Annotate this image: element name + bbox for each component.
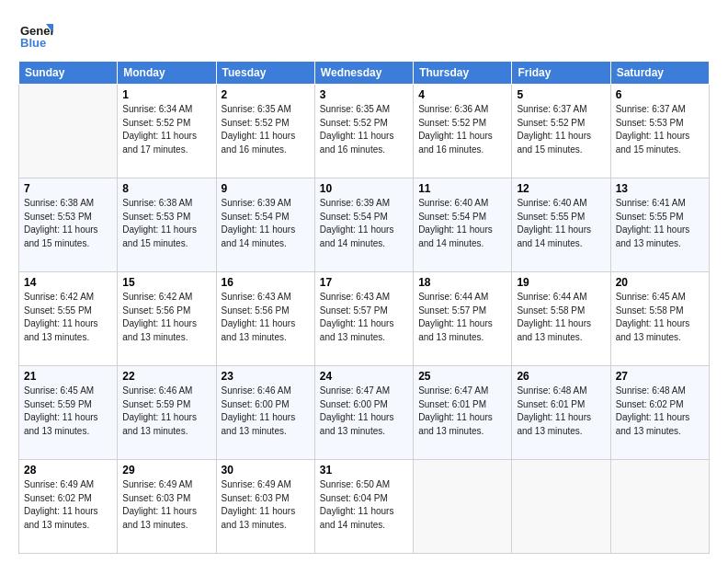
day-cell: 26Sunrise: 6:48 AMSunset: 6:01 PMDayligh…: [512, 366, 610, 460]
col-header-wednesday: Wednesday: [314, 62, 413, 85]
day-info: Sunrise: 6:45 AMSunset: 5:58 PMDaylight:…: [616, 291, 704, 344]
day-number: 23: [222, 370, 310, 383]
day-number: 11: [418, 182, 506, 195]
day-number: 2: [222, 88, 310, 101]
day-cell: 1Sunrise: 6:34 AMSunset: 5:52 PMDaylight…: [118, 85, 216, 178]
day-cell: 13Sunrise: 6:41 AMSunset: 5:55 PMDayligh…: [610, 178, 709, 272]
day-info: Sunrise: 6:35 AMSunset: 5:52 PMDaylight:…: [320, 103, 408, 156]
day-cell: 11Sunrise: 6:40 AMSunset: 5:54 PMDayligh…: [414, 178, 512, 272]
logo-icon: General Blue: [18, 17, 53, 52]
day-info: Sunrise: 6:47 AMSunset: 6:01 PMDaylight:…: [418, 385, 506, 438]
day-info: Sunrise: 6:40 AMSunset: 5:55 PMDaylight:…: [517, 197, 605, 250]
day-number: 10: [320, 182, 408, 195]
day-info: Sunrise: 6:48 AMSunset: 6:02 PMDaylight:…: [616, 385, 704, 438]
day-cell: [414, 460, 512, 554]
week-row-3: 14Sunrise: 6:42 AMSunset: 5:55 PMDayligh…: [19, 272, 710, 366]
day-number: 4: [418, 88, 506, 101]
day-cell: 7Sunrise: 6:38 AMSunset: 5:53 PMDaylight…: [19, 178, 118, 272]
day-number: 3: [320, 88, 408, 101]
day-info: Sunrise: 6:46 AMSunset: 5:59 PMDaylight:…: [122, 385, 210, 438]
col-header-sunday: Sunday: [19, 62, 118, 85]
week-row-4: 21Sunrise: 6:45 AMSunset: 5:59 PMDayligh…: [19, 366, 710, 460]
week-row-1: 1Sunrise: 6:34 AMSunset: 5:52 PMDaylight…: [19, 85, 710, 178]
week-row-5: 28Sunrise: 6:49 AMSunset: 6:02 PMDayligh…: [19, 460, 710, 554]
day-number: 26: [517, 370, 605, 383]
day-info: Sunrise: 6:37 AMSunset: 5:52 PMDaylight:…: [517, 103, 605, 156]
day-info: Sunrise: 6:36 AMSunset: 5:52 PMDaylight:…: [418, 103, 506, 156]
day-cell: 5Sunrise: 6:37 AMSunset: 5:52 PMDaylight…: [512, 85, 610, 178]
day-number: 28: [24, 464, 112, 477]
day-number: 7: [24, 182, 112, 195]
day-info: Sunrise: 6:42 AMSunset: 5:56 PMDaylight:…: [122, 291, 210, 344]
day-number: 17: [320, 276, 408, 289]
day-info: Sunrise: 6:50 AMSunset: 6:04 PMDaylight:…: [320, 478, 408, 532]
day-number: 14: [24, 276, 112, 289]
day-number: 1: [122, 88, 210, 101]
day-cell: 16Sunrise: 6:43 AMSunset: 5:56 PMDayligh…: [216, 272, 314, 366]
day-cell: 9Sunrise: 6:39 AMSunset: 5:54 PMDaylight…: [216, 178, 314, 272]
day-number: 13: [616, 182, 704, 195]
calendar-table: SundayMondayTuesdayWednesdayThursdayFrid…: [18, 61, 710, 554]
day-number: 30: [222, 464, 310, 477]
day-info: Sunrise: 6:46 AMSunset: 6:00 PMDaylight:…: [222, 385, 310, 438]
day-number: 27: [616, 370, 704, 383]
day-number: 8: [122, 182, 210, 195]
day-cell: 8Sunrise: 6:38 AMSunset: 5:53 PMDaylight…: [118, 178, 216, 272]
day-cell: 15Sunrise: 6:42 AMSunset: 5:56 PMDayligh…: [118, 272, 216, 366]
day-info: Sunrise: 6:34 AMSunset: 5:52 PMDaylight:…: [122, 103, 210, 156]
day-cell: 25Sunrise: 6:47 AMSunset: 6:01 PMDayligh…: [414, 366, 512, 460]
day-number: 5: [517, 88, 605, 101]
day-cell: 17Sunrise: 6:43 AMSunset: 5:57 PMDayligh…: [314, 272, 413, 366]
day-info: Sunrise: 6:44 AMSunset: 5:58 PMDaylight:…: [517, 291, 605, 344]
day-cell: 31Sunrise: 6:50 AMSunset: 6:04 PMDayligh…: [314, 460, 413, 554]
day-info: Sunrise: 6:43 AMSunset: 5:56 PMDaylight:…: [222, 291, 310, 344]
day-cell: 22Sunrise: 6:46 AMSunset: 5:59 PMDayligh…: [118, 366, 216, 460]
day-number: 19: [517, 276, 605, 289]
day-cell: 20Sunrise: 6:45 AMSunset: 5:58 PMDayligh…: [610, 272, 709, 366]
day-number: 24: [320, 370, 408, 383]
day-cell: 28Sunrise: 6:49 AMSunset: 6:02 PMDayligh…: [19, 460, 118, 554]
day-cell: 19Sunrise: 6:44 AMSunset: 5:58 PMDayligh…: [512, 272, 610, 366]
day-cell: 18Sunrise: 6:44 AMSunset: 5:57 PMDayligh…: [414, 272, 512, 366]
day-cell: [610, 460, 709, 554]
day-info: Sunrise: 6:38 AMSunset: 5:53 PMDaylight:…: [122, 197, 210, 250]
logo: General Blue: [18, 17, 53, 52]
day-cell: 6Sunrise: 6:37 AMSunset: 5:53 PMDaylight…: [610, 85, 709, 178]
day-info: Sunrise: 6:47 AMSunset: 6:00 PMDaylight:…: [320, 385, 408, 438]
day-cell: 10Sunrise: 6:39 AMSunset: 5:54 PMDayligh…: [314, 178, 413, 272]
day-cell: 14Sunrise: 6:42 AMSunset: 5:55 PMDayligh…: [19, 272, 118, 366]
day-cell: 2Sunrise: 6:35 AMSunset: 5:52 PMDaylight…: [216, 85, 314, 178]
day-info: Sunrise: 6:41 AMSunset: 5:55 PMDaylight:…: [616, 197, 704, 250]
day-info: Sunrise: 6:35 AMSunset: 5:52 PMDaylight:…: [222, 103, 310, 156]
day-cell: [19, 85, 118, 178]
day-cell: 21Sunrise: 6:45 AMSunset: 5:59 PMDayligh…: [19, 366, 118, 460]
day-info: Sunrise: 6:40 AMSunset: 5:54 PMDaylight:…: [418, 197, 506, 250]
col-header-saturday: Saturday: [610, 62, 709, 85]
day-number: 21: [24, 370, 112, 383]
day-info: Sunrise: 6:49 AMSunset: 6:03 PMDaylight:…: [122, 478, 210, 532]
day-info: Sunrise: 6:45 AMSunset: 5:59 PMDaylight:…: [24, 385, 112, 438]
col-header-monday: Monday: [118, 62, 216, 85]
day-number: 20: [616, 276, 704, 289]
header: General Blue: [18, 17, 710, 52]
day-cell: [512, 460, 610, 554]
day-number: 29: [122, 464, 210, 477]
day-info: Sunrise: 6:37 AMSunset: 5:53 PMDaylight:…: [616, 103, 704, 156]
day-info: Sunrise: 6:42 AMSunset: 5:55 PMDaylight:…: [24, 291, 112, 344]
day-number: 15: [122, 276, 210, 289]
week-row-2: 7Sunrise: 6:38 AMSunset: 5:53 PMDaylight…: [19, 178, 710, 272]
day-number: 22: [122, 370, 210, 383]
day-info: Sunrise: 6:44 AMSunset: 5:57 PMDaylight:…: [418, 291, 506, 344]
page: General Blue SundayMondayTuesdayWednesda…: [0, 0, 728, 563]
day-number: 18: [418, 276, 506, 289]
calendar-header-row: SundayMondayTuesdayWednesdayThursdayFrid…: [19, 62, 710, 85]
col-header-tuesday: Tuesday: [216, 62, 314, 85]
day-number: 25: [418, 370, 506, 383]
day-cell: 23Sunrise: 6:46 AMSunset: 6:00 PMDayligh…: [216, 366, 314, 460]
day-number: 12: [517, 182, 605, 195]
day-info: Sunrise: 6:39 AMSunset: 5:54 PMDaylight:…: [320, 197, 408, 250]
day-info: Sunrise: 6:48 AMSunset: 6:01 PMDaylight:…: [517, 385, 605, 438]
day-info: Sunrise: 6:38 AMSunset: 5:53 PMDaylight:…: [24, 197, 112, 250]
svg-text:Blue: Blue: [20, 36, 46, 50]
day-cell: 29Sunrise: 6:49 AMSunset: 6:03 PMDayligh…: [118, 460, 216, 554]
